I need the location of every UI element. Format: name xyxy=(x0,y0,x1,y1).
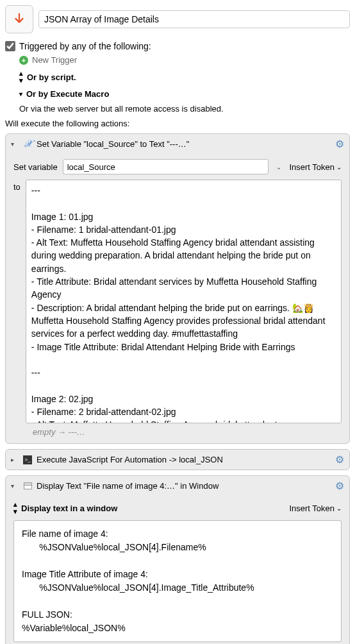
display-text-textarea[interactable]: File name of image 4: %JSONValue%local_J… xyxy=(13,520,342,642)
insert-token-button[interactable]: Insert Token ⌄ xyxy=(289,504,342,513)
plus-icon: + xyxy=(19,56,28,65)
disclosure-toggle[interactable]: ▸ xyxy=(11,456,19,463)
updown-icon: ▴▾ xyxy=(19,70,23,84)
text-value-textarea[interactable]: --- Image 1: 01.jpg - Filename: 1 bridal… xyxy=(26,180,342,423)
new-trigger-label: New Trigger xyxy=(32,55,77,65)
action-title: Display Text "File name of image 4:…" in… xyxy=(37,481,331,491)
empty-note: empty → ---… xyxy=(33,427,342,437)
set-variable-label: Set variable xyxy=(13,162,58,172)
chevron-down-icon: ▾ xyxy=(19,90,22,97)
display-text-mode-select[interactable]: ▴▾ Display text in a window xyxy=(13,501,117,515)
action-title: Execute JavaScript For Automation -> loc… xyxy=(37,455,331,464)
chevron-down-icon: ⌄ xyxy=(336,164,342,171)
or-by-execute-macro-label: Or by Execute Macro xyxy=(26,89,109,99)
triggered-by-checkbox[interactable] xyxy=(5,41,15,51)
download-arrow-icon xyxy=(12,12,26,26)
will-execute-label: Will execute the following actions: xyxy=(5,119,350,128)
insert-token-button[interactable]: Insert Token ⌄ xyxy=(289,162,342,172)
action-display-text: ▾ Display Text "File name of image 4:…" … xyxy=(5,475,350,644)
action-execute-javascript: ▸ >_ Execute JavaScript For Automation -… xyxy=(5,449,350,470)
to-label: to xyxy=(13,180,21,192)
chevron-down-icon: ⌄ xyxy=(336,505,342,512)
or-by-script-row[interactable]: ▴▾ Or by script. xyxy=(19,70,350,84)
or-via-web-label: Or via the web server but all remote acc… xyxy=(19,104,350,114)
triggered-by-label: Triggered by any of the following: xyxy=(19,41,151,51)
window-icon xyxy=(22,481,33,491)
new-trigger-row[interactable]: + New Trigger xyxy=(19,55,350,65)
macro-title-input[interactable] xyxy=(38,10,350,28)
action-set-variable: ▾ 𝒳 Set Variable "local_Source" to Text … xyxy=(5,133,350,444)
gear-icon[interactable]: ⚙ xyxy=(335,480,344,492)
macro-icon[interactable] xyxy=(5,5,33,33)
or-by-execute-macro-row[interactable]: ▾ Or by Execute Macro xyxy=(19,89,350,99)
or-by-script-label: Or by script. xyxy=(27,72,76,82)
variable-name-input[interactable] xyxy=(63,159,269,174)
disclosure-toggle[interactable]: ▾ xyxy=(11,482,19,489)
variable-x-icon: 𝒳 xyxy=(22,139,33,149)
updown-icon: ▴▾ xyxy=(13,501,17,515)
variable-dropdown-arrow[interactable]: ⌄ xyxy=(274,164,284,171)
gear-icon[interactable]: ⚙ xyxy=(335,453,344,466)
disclosure-toggle[interactable]: ▾ xyxy=(11,140,19,148)
gear-icon[interactable]: ⚙ xyxy=(335,138,344,150)
terminal-icon: >_ xyxy=(22,455,33,465)
action-title: Set Variable "local_Source" to Text "---… xyxy=(37,139,331,149)
